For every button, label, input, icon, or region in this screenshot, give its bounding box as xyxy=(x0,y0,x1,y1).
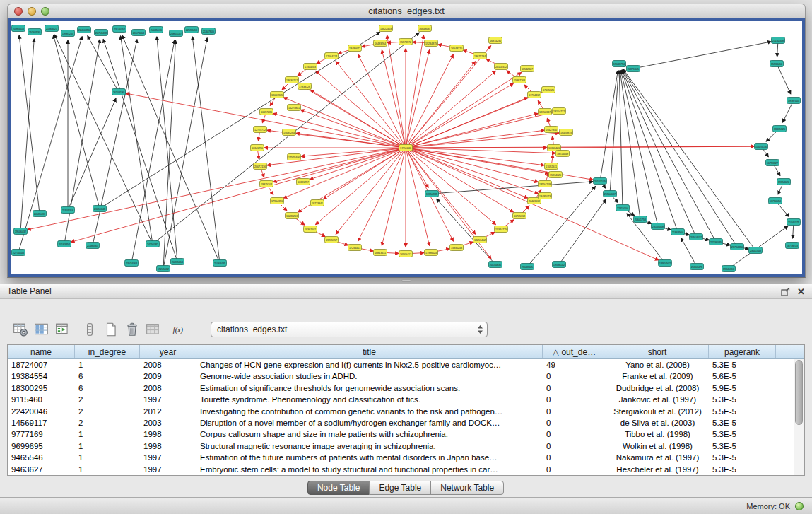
scrollbar-thumb[interactable] xyxy=(795,360,803,425)
network-node[interactable]: 13710554 xyxy=(769,198,782,204)
network-node[interactable]: 24035176 xyxy=(150,27,163,33)
network-edge[interactable] xyxy=(192,37,220,263)
network-edge[interactable] xyxy=(68,98,116,210)
network-edge[interactable] xyxy=(19,35,40,214)
network-node[interactable]: 19536142 xyxy=(553,262,566,268)
network-node[interactable]: 20154836 xyxy=(489,262,502,268)
table-row[interactable]: 2242004622012Investigating the contribut… xyxy=(8,406,794,417)
network-node[interactable]: 19035284 xyxy=(283,129,296,136)
network-node[interactable]: 17254413 xyxy=(348,245,362,251)
network-node[interactable]: 22598413 xyxy=(185,27,199,33)
network-node[interactable]: 19265157 xyxy=(325,237,339,243)
network-edge[interactable] xyxy=(406,133,559,148)
column-header-3[interactable]: title xyxy=(196,345,543,358)
network-node[interactable]: 18495672 xyxy=(348,45,362,52)
network-edge[interactable] xyxy=(681,238,697,267)
table-row[interactable]: 911546021997Tourette syndrome. Phenomeno… xyxy=(8,394,794,405)
network-edge[interactable] xyxy=(310,148,406,180)
network-node[interactable]: 16157281 xyxy=(260,109,273,115)
network-node[interactable]: 18723941 xyxy=(311,200,324,206)
network-node[interactable]: 16275841 xyxy=(288,105,301,111)
network-edge[interactable] xyxy=(406,148,428,187)
network-edge[interactable] xyxy=(126,93,406,148)
network-node[interactable]: 18554209 xyxy=(539,181,552,187)
network-edge[interactable] xyxy=(777,64,791,94)
minimize-window-button[interactable] xyxy=(28,7,36,16)
network-node[interactable]: 21480563 xyxy=(86,243,100,249)
network-node[interactable]: 21063421 xyxy=(45,25,59,32)
network-node[interactable]: 19245012 xyxy=(157,266,170,272)
network-node[interactable]: 20863147 xyxy=(170,30,183,37)
network-node[interactable]: 10425136 xyxy=(755,144,768,150)
network-node[interactable]: 17092511 xyxy=(545,163,558,170)
column-header-4[interactable]: △ out_de… xyxy=(543,345,606,358)
network-edge[interactable] xyxy=(54,35,100,209)
network-node[interactable]: 16288213 xyxy=(286,213,299,219)
new-table-button[interactable] xyxy=(102,320,120,339)
network-node[interactable]: 17635120 xyxy=(542,87,555,93)
table-row[interactable]: 969969511998Structural magnetic resonanc… xyxy=(8,440,794,452)
network-node[interactable]: 19154620 xyxy=(777,179,791,185)
network-node[interactable]: 15573972 xyxy=(399,39,413,45)
network-node[interactable]: 21648305 xyxy=(521,264,534,270)
network-edge[interactable] xyxy=(621,70,678,232)
network-node[interactable]: 23641508 xyxy=(749,247,763,254)
network-node[interactable]: 16493264 xyxy=(374,40,387,47)
function-builder-button[interactable]: f(x) xyxy=(171,320,189,339)
network-node[interactable]: 21150348 xyxy=(772,37,785,44)
network-node[interactable]: 20163105 xyxy=(594,178,607,185)
new-column-button[interactable] xyxy=(54,320,72,339)
delete-table-button[interactable] xyxy=(123,320,141,339)
import-table-button[interactable] xyxy=(144,320,163,339)
network-node[interactable]: 19106432 xyxy=(14,228,28,235)
network-edge[interactable] xyxy=(93,40,137,245)
network-edge[interactable] xyxy=(610,71,618,194)
network-node[interactable]: 15822403 xyxy=(379,25,393,32)
network-edge[interactable] xyxy=(437,199,495,264)
splitter-handle[interactable] xyxy=(0,278,812,284)
network-node[interactable]: 17986024 xyxy=(425,250,438,256)
tab-node-table[interactable]: Node Table xyxy=(307,481,370,495)
select-columns-button[interactable] xyxy=(33,320,51,339)
network-node[interactable]: 16874250 xyxy=(489,37,502,44)
network-node[interactable]: 12004114 xyxy=(325,53,339,59)
close-panel-icon[interactable]: ✕ xyxy=(797,287,805,296)
network-edge[interactable] xyxy=(387,35,406,148)
network-node[interactable]: 15934620 xyxy=(549,172,563,178)
network-edge[interactable] xyxy=(600,71,618,181)
network-node[interactable]: 19427350 xyxy=(545,127,558,133)
network-node[interactable]: 19875104 xyxy=(260,181,273,187)
tab-network-table[interactable]: Network Table xyxy=(430,481,504,495)
network-edge[interactable] xyxy=(406,46,491,148)
network-node[interactable]: 16793127 xyxy=(766,160,779,166)
network-node[interactable]: 1724046 xyxy=(399,145,413,151)
network-edge[interactable] xyxy=(157,37,177,262)
network-node[interactable]: 19787403 xyxy=(787,98,801,104)
column-header-2[interactable]: year xyxy=(140,345,196,358)
network-node[interactable]: 19234875 xyxy=(425,40,438,47)
network-edge[interactable] xyxy=(633,42,771,69)
network-node[interactable]: 15987263 xyxy=(513,77,526,83)
network-node[interactable]: 18495073 xyxy=(539,193,552,199)
tab-edge-table[interactable]: Edge Table xyxy=(369,481,431,495)
network-node[interactable]: 15938410 xyxy=(770,61,784,67)
network-node[interactable]: 23105468 xyxy=(652,223,665,230)
network-node[interactable]: 16420875 xyxy=(560,129,573,136)
network-node[interactable]: 21068435 xyxy=(213,260,227,267)
network-node[interactable]: 23146052 xyxy=(113,26,126,33)
network-node[interactable]: 17764412 xyxy=(528,92,541,98)
network-node[interactable]: 23514068 xyxy=(125,260,139,267)
network-node[interactable]: 20835614 xyxy=(171,259,184,265)
network-node[interactable]: 18251452 xyxy=(473,237,487,243)
network-window-titlebar[interactable]: citations_edges.txt xyxy=(7,4,806,18)
network-node[interactable]: 17529406 xyxy=(288,154,301,160)
table-source-combobox[interactable]: citations_edges.txt xyxy=(211,322,488,337)
network-node[interactable]: 21347805 xyxy=(202,28,216,35)
network-edge[interactable] xyxy=(163,38,207,269)
column-header-0[interactable]: name xyxy=(8,345,75,358)
network-edge[interactable] xyxy=(406,72,522,148)
network-node[interactable]: 18675234 xyxy=(473,53,487,59)
network-node[interactable]: 17544203 xyxy=(304,64,317,70)
network-node[interactable]: 20581437 xyxy=(33,211,47,217)
network-node[interactable]: 12725712 xyxy=(254,127,267,133)
